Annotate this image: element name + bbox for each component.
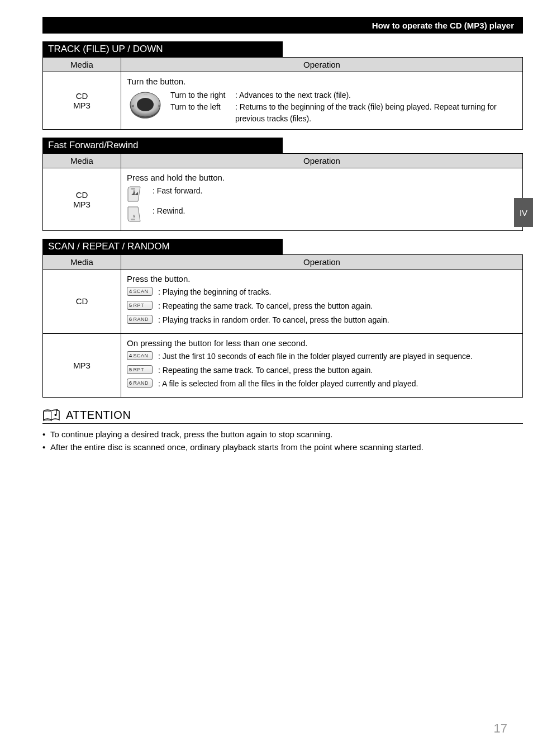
section-title: TRACK (FILE) UP / DOWN xyxy=(42,41,283,57)
svg-point-2 xyxy=(137,98,154,111)
media-mp3: MP3 xyxy=(49,200,115,209)
section-scan-repeat-random: SCAN / REPEAT / RANDOM Media Operation C… xyxy=(42,239,507,398)
attention-block: ATTENTION To continue playing a desired … xyxy=(42,408,523,453)
svg-text:►: ► xyxy=(158,103,162,108)
operation-lead: On pressing the button for less than one… xyxy=(127,338,517,348)
turn-right-text: : Advances to the next track (file). xyxy=(235,89,351,101)
rpt-key-icon: 5RPT xyxy=(127,301,153,310)
svg-text:◄: ◄ xyxy=(130,103,135,108)
svg-text:∧: ∧ xyxy=(132,189,136,194)
cd-scan-text: : Playing the beginning of tracks. xyxy=(158,287,517,297)
srr-table: Media Operation CD Press the button. 4SC… xyxy=(42,254,523,398)
section-track-updown: TRACK (FILE) UP / DOWN Media Operation C… xyxy=(42,41,507,130)
turn-left-text: : Returns to the beginning of the track … xyxy=(235,101,517,125)
down-button-icon: ∨ xyxy=(127,206,142,223)
rpt-key-icon: 5RPT xyxy=(127,365,153,374)
operation-cell-cd: Press the button. 4SCAN : Playing the be… xyxy=(121,270,523,334)
col-media-header: Media xyxy=(43,58,121,72)
turn-instructions: Turn to the right : Advances to the next… xyxy=(170,89,517,125)
media-cell-mp3: MP3 xyxy=(43,333,121,398)
rw-text: : Rewind. xyxy=(153,206,517,216)
svg-point-11 xyxy=(55,414,57,416)
book-note-icon xyxy=(42,408,61,422)
svg-text:—: — xyxy=(144,92,147,96)
attention-item: To continue playing a desired track, pre… xyxy=(42,428,523,441)
cd-rand-text: : Playing tracks in random order. To can… xyxy=(158,315,517,325)
operation-cell-mp3: On pressing the button for less than one… xyxy=(121,333,523,398)
ffrw-table: Media Operation CD MP3 Press and hold th… xyxy=(42,153,523,231)
mp3-scan-text: : Just the first 10 seconds of each file… xyxy=(158,351,517,362)
attention-title: ATTENTION xyxy=(66,409,131,422)
svg-text:∨: ∨ xyxy=(132,214,136,219)
svg-rect-9 xyxy=(131,219,135,220)
media-cd: CD xyxy=(49,91,115,101)
col-operation-header: Operation xyxy=(121,154,523,168)
scan-key-icon: 4SCAN xyxy=(127,287,153,296)
rand-key-icon: 6RAND xyxy=(127,315,153,324)
media-cd: CD xyxy=(49,190,115,200)
operation-cell: Press and hold the button. ∧ xyxy=(121,168,523,231)
side-chapter-label: IV xyxy=(520,208,527,218)
svg-text:—: — xyxy=(142,116,146,120)
header-title: How to operate the CD (MP3) player xyxy=(372,21,514,30)
section-title: Fast Forward/Rewind xyxy=(42,138,283,153)
rand-key-icon: 6RAND xyxy=(127,379,153,388)
operation-cell: Turn the button. xyxy=(121,72,523,130)
media-cell: CD MP3 xyxy=(43,168,121,231)
turn-right-label: Turn to the right xyxy=(170,89,231,101)
section-title: SCAN / REPEAT / RANDOM xyxy=(42,239,283,254)
rotary-knob-icon: ◄ ► — — xyxy=(127,89,164,121)
turn-left-label: Turn to the left xyxy=(170,101,231,125)
col-media-header: Media xyxy=(43,154,121,168)
media-mp3: MP3 xyxy=(49,361,115,370)
operation-lead: Press and hold the button. xyxy=(127,173,517,182)
col-media-header: Media xyxy=(43,255,121,270)
mp3-rand-text: : A file is selected from all the files … xyxy=(158,379,517,389)
mp3-rpt-text: : Repeating the same track. To cancel, p… xyxy=(158,365,517,376)
track-table: Media Operation CD MP3 Turn the button. xyxy=(42,57,523,130)
header-bar: How to operate the CD (MP3) player xyxy=(42,17,523,34)
page-number: 17 xyxy=(494,721,507,736)
col-operation-header: Operation xyxy=(121,58,523,72)
media-cd: CD xyxy=(49,296,115,306)
attention-item: After the entire disc is scanned once, o… xyxy=(42,441,523,454)
media-mp3: MP3 xyxy=(49,101,115,110)
operation-lead: Turn the button. xyxy=(127,77,517,86)
scan-key-icon: 4SCAN xyxy=(127,351,153,360)
cd-rpt-text: : Repeating the same track. To cancel, p… xyxy=(158,301,517,311)
col-operation-header: Operation xyxy=(121,255,523,270)
side-chapter-tab: IV xyxy=(514,198,533,227)
media-cell: CD MP3 xyxy=(43,72,121,130)
operation-lead: Press the button. xyxy=(127,274,517,284)
section-ff-rewind: Fast Forward/Rewind Media Operation CD M… xyxy=(42,138,507,231)
up-button-icon: ∧ xyxy=(127,186,142,202)
ff-text: : Fast forward. xyxy=(153,186,517,196)
media-cell-cd: CD xyxy=(43,270,121,334)
